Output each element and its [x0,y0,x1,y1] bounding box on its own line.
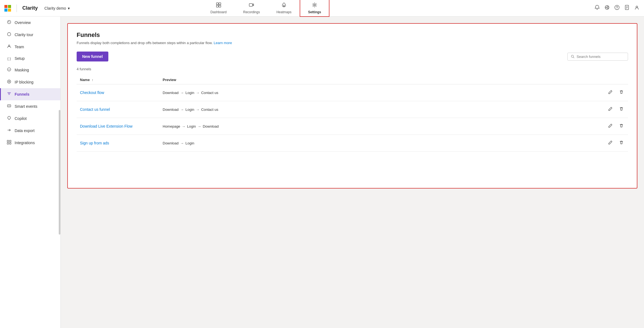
arrow-icon: → [180,107,184,112]
nav-heatmaps[interactable]: Heatmaps [268,0,300,17]
table-row: Checkout flowDownload→Login→Contact us [77,84,628,101]
arrow-icon: → [196,91,200,95]
funnel-steps: Download→Login→Contact us [163,91,600,95]
svg-rect-8 [249,4,253,6]
delete-icon [619,90,624,94]
edit-funnel-button[interactable] [607,139,614,147]
learn-more-link[interactable]: Learn more [214,41,232,45]
sidebar-item-clarity-tour[interactable]: Clarity tour [0,29,60,41]
edit-funnel-button[interactable] [607,89,614,96]
smart-events-icon [6,104,12,109]
funnel-step: Download [163,91,179,95]
edit-icon [608,140,613,145]
chevron-down-icon: ▾ [68,6,70,10]
funnel-preview-cell: Download→Login→Contact us [159,101,604,118]
sidebar-item-smart-events[interactable]: Smart events [0,100,60,112]
funnel-name-link[interactable]: Contact us funnel [80,107,110,112]
svg-rect-6 [216,5,218,7]
sidebar-item-funnels[interactable]: Funnels [0,88,60,100]
ip-blocking-icon [6,79,12,85]
new-funnel-button[interactable]: New funnel [77,52,108,61]
arrow-icon: → [180,91,184,95]
delete-funnel-button[interactable] [618,139,625,147]
funnel-step: Contact us [201,91,218,95]
clarity-tour-icon [6,32,12,37]
funnel-actions-cell [604,101,628,118]
funnel-name-cell: Sign up from ads [77,135,159,152]
funnel-name-link[interactable]: Sign up from ads [80,141,109,145]
svg-line-39 [573,57,574,58]
sidebar-item-integrations[interactable]: Integrations [0,137,60,149]
delete-funnel-button[interactable] [618,106,625,113]
funnel-steps: Homepage→Login→Download [163,124,600,128]
setup-icon: { } [6,57,12,61]
project-selector[interactable]: Clarity demo ▾ [44,6,70,10]
sidebar-item-team-label: Team [15,45,24,49]
main-content: Funnels Funnels display both completions… [61,17,644,328]
copilot-icon [6,116,12,121]
funnel-preview-cell: Download→Login→Contact us [159,84,604,101]
nav-recordings[interactable]: Recordings [235,0,268,17]
funnel-name-link[interactable]: Download Live Extension Flow [80,124,133,128]
sidebar-item-data-export-label: Data export [15,128,34,133]
delete-funnel-button[interactable] [618,122,625,130]
page-title: Funnels [77,31,628,39]
svg-point-25 [7,33,11,36]
integrations-icon [6,140,12,146]
svg-rect-4 [216,3,218,5]
project-name: Clarity demo [44,6,66,10]
edit-funnel-button[interactable] [607,122,614,130]
notifications-icon[interactable] [594,5,600,12]
funnel-count: 4 funnels [77,67,628,71]
page-desc-text: Funnels display both completions and dro… [77,41,213,45]
funnels-content-box: Funnels Funnels display both completions… [67,23,637,189]
sidebar-scrollbar[interactable] [59,110,60,235]
col-header-actions [604,76,628,84]
nav-dashboard-label: Dashboard [210,10,227,14]
svg-point-12 [607,6,608,7]
search-input[interactable] [577,55,624,59]
share-icon[interactable] [604,5,610,12]
sidebar-item-ip-blocking[interactable]: IP blocking [0,76,60,88]
svg-rect-37 [10,143,11,144]
nav-dashboard[interactable]: Dashboard [202,0,235,17]
funnel-name-cell: Download Live Extension Flow [77,118,159,135]
search-funnels-box[interactable] [567,53,628,61]
sidebar-item-clarity-tour-label: Clarity tour [15,33,33,37]
sidebar-item-copilot[interactable]: Copilot [0,112,60,125]
funnel-step: Login [186,91,194,95]
funnel-name-cell: Contact us funnel [77,101,159,118]
page-description: Funnels display both completions and dro… [77,41,628,45]
funnel-step: Login [186,107,194,112]
funnel-step: Download [203,124,219,128]
header-divider [17,4,17,12]
sidebar-item-setup[interactable]: { } Setup [0,53,60,64]
arrow-icon: → [182,124,186,128]
funnels-icon [6,92,12,97]
user-avatar-icon[interactable] [634,5,640,12]
funnel-step: Login [186,141,194,145]
sidebar-item-data-export[interactable]: Data export [0,125,60,137]
sidebar-item-team[interactable]: Team [0,41,60,53]
sidebar-item-copilot-label: Copilot [15,116,27,121]
edit-funnel-button[interactable] [607,106,614,113]
nav-settings[interactable]: Settings [300,0,329,17]
sidebar-item-overview[interactable]: Overview [0,17,60,29]
funnel-actions-cell [604,118,628,135]
dashboard-icon [216,2,221,9]
delete-icon [619,123,624,128]
sidebar-item-masking[interactable]: Masking [0,64,60,76]
delete-funnel-button[interactable] [618,89,625,96]
svg-rect-5 [219,3,221,5]
team-icon [6,44,12,50]
app-layout: Overview Clarity tour Team { } Setup Mas… [0,17,644,328]
document-icon[interactable] [624,5,630,12]
delete-icon [619,107,624,111]
svg-rect-35 [10,140,11,142]
funnel-step: Homepage [163,124,180,128]
funnel-name-link[interactable]: Checkout flow [80,90,104,95]
sort-icon[interactable]: ↑ [92,78,93,82]
help-icon[interactable] [614,5,620,12]
sidebar-item-funnels-label: Funnels [15,92,29,96]
svg-point-27 [7,80,11,83]
